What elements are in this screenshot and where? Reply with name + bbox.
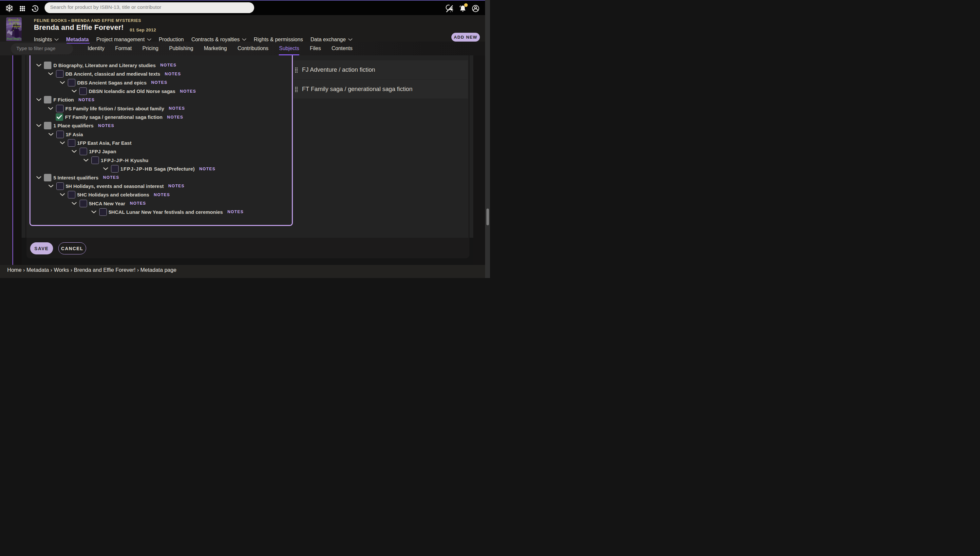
svg-text:& Effie: & Effie xyxy=(9,22,19,25)
svg-text:Paul Magrs: Paul Magrs xyxy=(7,37,21,40)
svg-text:FOREVER!: FOREVER! xyxy=(13,25,21,27)
